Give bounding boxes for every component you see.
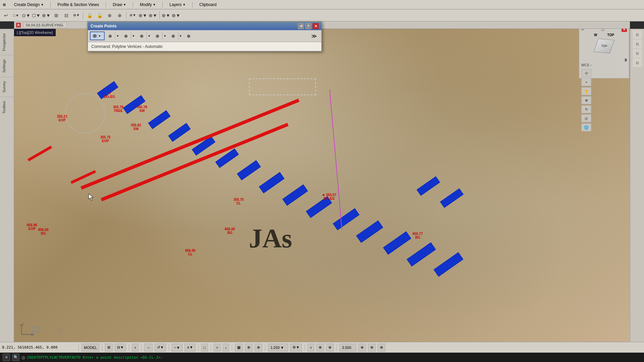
nav-zoom-btn[interactable]: + xyxy=(581,78,591,86)
dialog-tool-7[interactable]: ⊕ xyxy=(184,32,194,40)
dialog-tool-active[interactable]: ⊕ ▼ xyxy=(90,32,105,40)
view-tool-1[interactable]: ⊕ xyxy=(326,344,334,352)
grid-snap-button[interactable]: ⊟▼ xyxy=(115,344,126,352)
selection-button[interactable]: ▦ xyxy=(235,344,243,352)
annotscale-button[interactable]: ⊕ xyxy=(255,344,262,352)
toolbar-btn-5[interactable]: ⊞ xyxy=(52,11,61,20)
menu-layers[interactable]: Layers ▼ xyxy=(164,0,191,9)
nav-globe-btn[interactable]: 🌐 xyxy=(581,123,591,131)
toolbar-btn-14[interactable]: ⊕▼ xyxy=(148,11,158,20)
tool-6-arrow[interactable]: ▼ xyxy=(178,32,183,40)
left-sidebar: Prospector Settings Survey Toolbox xyxy=(0,29,14,342)
lineweight-button[interactable]: = xyxy=(214,344,220,352)
floor-marker-1 xyxy=(249,78,316,95)
command-close-button[interactable]: ✕ xyxy=(3,354,10,361)
menu-create-design[interactable]: Create Design ▼ xyxy=(9,0,49,9)
otrack-button[interactable]: ∧▼ xyxy=(184,344,196,352)
polar-button[interactable]: ↺▼ xyxy=(155,344,166,352)
nav-rotate-btn[interactable]: ↻ xyxy=(581,105,591,113)
label-bg-2: 856.00 BG xyxy=(225,227,235,235)
dialog-collapse-button[interactable]: ≫ xyxy=(309,32,319,40)
close-tab-button[interactable]: ✕ xyxy=(16,23,21,27)
nav-pan-btn[interactable]: ✋ xyxy=(581,87,591,95)
workspace-button[interactable]: ⊕ xyxy=(358,344,366,352)
tool-5-arrow[interactable]: ▼ xyxy=(162,32,167,40)
toolbar-btn-12[interactable]: ⊕▼ xyxy=(128,11,138,20)
toolbar-btn-7[interactable]: ⊕▼ xyxy=(72,11,81,20)
tool-palette-button[interactable]: ⊕ xyxy=(316,344,324,352)
toolbar-btn-6[interactable]: ⊟ xyxy=(62,11,71,20)
workspace-switch[interactable]: ⊕ xyxy=(368,344,376,352)
scale-dropdown[interactable]: 1:250▼ xyxy=(268,344,288,352)
right-btn-2[interactable]: ⊡ xyxy=(633,40,642,48)
toolbar-btn-16[interactable]: ⊕▼ xyxy=(171,11,181,20)
scale-settings[interactable]: ⚙▼ xyxy=(290,344,302,352)
undo-button[interactable]: ↩ xyxy=(1,11,11,20)
toolbar-btn-15[interactable]: ⊕▼ xyxy=(161,11,171,20)
dialog-tool-6-btn[interactable]: ⊕ xyxy=(169,32,178,40)
nav-extents-btn[interactable]: ⊕ xyxy=(581,96,591,104)
menu-profile-section[interactable]: Profile & Section Views xyxy=(52,0,104,9)
active-tool-arrow[interactable]: ▼ xyxy=(97,33,102,39)
sidebar-prospector[interactable]: Prospector xyxy=(0,29,14,55)
dialog-tool-5-btn[interactable]: ⊕ xyxy=(153,32,162,40)
tool-4-arrow[interactable]: ▼ xyxy=(147,32,152,40)
command-text-display[interactable]: CREATEPTPLYLNCTRVERTAUTO Enter a point d… xyxy=(27,355,163,360)
dynmode-button[interactable]: □ xyxy=(201,344,208,352)
status-sep-8 xyxy=(232,344,232,351)
right-btn-3[interactable]: ⊡ xyxy=(633,49,642,58)
dialog-tool-2[interactable]: ⊕ ▼ xyxy=(105,32,120,40)
canvas-area[interactable]: ★ DG-EG 355.78 TREE 355.78 SW 355.62 SW … xyxy=(14,29,630,342)
label-cl-1: 355.70 CL xyxy=(233,198,244,205)
sidebar-toolbox[interactable]: Toolbox xyxy=(0,97,14,118)
nav-south-label: S xyxy=(581,58,627,62)
dialog-refresh-button[interactable]: ↺ xyxy=(298,23,304,29)
nav-orbit-btn[interactable]: ⊙ xyxy=(581,69,591,77)
status-sep-2 xyxy=(102,344,102,351)
layers-arrow: ▼ xyxy=(182,3,185,6)
grid-button[interactable]: ⊞ xyxy=(105,344,113,352)
toolbar-btn-10[interactable]: ⊕ xyxy=(105,11,114,20)
toolbar-btn-13[interactable]: ⊕▼ xyxy=(138,11,148,20)
dialog-tool-5[interactable]: ⊕ ▼ xyxy=(153,32,168,40)
view-cube[interactable]: TOP xyxy=(592,38,616,58)
snap-button[interactable]: + xyxy=(132,344,139,352)
ortho-button[interactable]: ↔ xyxy=(144,344,153,352)
dialog-help-button[interactable]: ? xyxy=(305,23,311,29)
toolbar-btn-9[interactable]: 🔓 xyxy=(95,11,104,20)
transparency-button[interactable]: ↕ xyxy=(223,344,229,352)
dialog-tool-3-btn[interactable]: ⊕ xyxy=(121,32,131,40)
dialog-tool-6[interactable]: ⊕ ▼ xyxy=(168,32,183,40)
nav-location-btn[interactable]: ◎ xyxy=(581,114,591,122)
menu-draw[interactable]: Draw ▼ xyxy=(107,0,131,9)
right-btn-4[interactable]: ⊡ xyxy=(633,58,642,67)
command-search-button[interactable]: 🔍 xyxy=(12,354,19,361)
sidebar-settings[interactable]: Settings xyxy=(0,55,14,77)
toolbar-btn-3[interactable]: ⬡▼ xyxy=(32,11,41,20)
osnap-button[interactable]: ~▼ xyxy=(172,344,182,352)
menu-clipboard[interactable]: Clipboard xyxy=(194,0,222,9)
model-space-button[interactable]: MODEL xyxy=(82,344,99,352)
zoom-in-status[interactable]: + xyxy=(308,344,314,352)
dialog-close-button[interactable]: ✕ xyxy=(313,23,319,29)
dialog-tool-3[interactable]: ⊕ ▼ xyxy=(121,32,136,40)
sidebar-survey[interactable]: Survey xyxy=(0,77,14,97)
menu-modify[interactable]: Modify ▼ xyxy=(135,0,161,9)
dialog-tool-4-btn[interactable]: ⊕ xyxy=(137,32,147,40)
toolbar-btn-4[interactable]: ⊕▼ xyxy=(42,11,51,20)
dialog-tool-4[interactable]: ⊕ ▼ xyxy=(137,32,152,40)
status-extra-1[interactable]: ⊕ xyxy=(378,344,385,352)
toolbar-btn-11[interactable]: ⊕ xyxy=(115,11,124,20)
right-btn-1[interactable]: ⊡ xyxy=(633,30,642,39)
tool-3-arrow[interactable]: ▼ xyxy=(131,32,136,40)
cube-face-top[interactable]: TOP xyxy=(594,39,615,53)
coordinate-display: 8.221, 5616825.465, 0.000 xyxy=(2,345,76,350)
toolbar-btn-1[interactable]: □▼ xyxy=(11,11,21,20)
file-tab[interactable]: 04.04.03-SURVEYING- xyxy=(23,22,67,28)
dialog-tool-2-btn[interactable]: ⊕ xyxy=(106,32,115,40)
toolbar-btn-2[interactable]: ⊙▼ xyxy=(21,11,31,20)
toolbar-btn-8[interactable]: 🔒 xyxy=(85,11,94,20)
gizmo-button[interactable]: ⊕ xyxy=(245,344,253,352)
menu-sep-3 xyxy=(133,2,133,8)
tool-2-arrow[interactable]: ▼ xyxy=(115,32,120,40)
